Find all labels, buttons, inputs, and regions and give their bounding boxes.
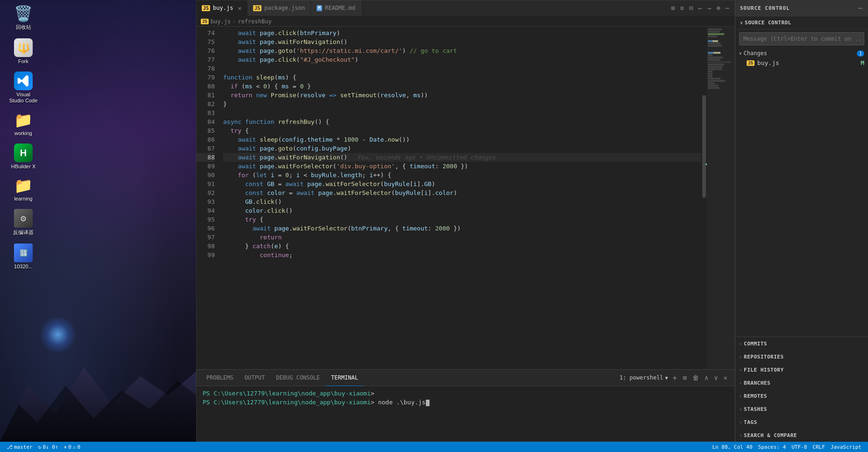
sc-changes-header[interactable]: ∨ Changes 1 [735,48,868,58]
source-control-panel: SOURCE CONTROL ⋯ ∨ SOURCE CONTROL ∨ Chan… [735,0,868,442]
collapse-icon[interactable]: ⊟ [687,3,695,13]
sc-stashes-title: STASHES [744,406,767,412]
warning-icon: ⚠ [73,444,76,450]
status-spaces[interactable]: Spaces: 4 [755,442,789,452]
code-line-81: return new Promise(resolve => setTimeout… [223,91,701,100]
desktop-icon-recycle[interactable]: 🗑️ 回收站 [7,5,40,31]
desktop-icon-number[interactable]: 🔢 10320... [7,244,40,269]
terminal-tab-problems[interactable]: PROBLEMS [201,370,239,386]
sc-remotes-chevron: › [739,394,742,399]
code-line-98: } catch(e) { [223,242,701,251]
code-line-80: if (ms < 0) { ms = 0 } [223,82,701,91]
desktop-icon-working[interactable]: 📁 working [7,111,40,136]
tab-buy-js[interactable]: JS buy.js ✕ [196,0,247,16]
desktop-icon-vscode[interactable]: VisualStudio Code [7,72,40,104]
code-line-74: await page.click(btnPrimary) [223,29,701,37]
code-line-83 [223,108,701,117]
status-bar: ⎇ master ↻ 0↓ 0↑ ✕ 0 ⚠ 0 Ln 88, Col 40 S… [0,442,868,452]
terminal-maximize-btn[interactable]: ∨ [711,373,720,382]
sc-file-item-buy-js[interactable]: JS buy.js M [735,58,868,67]
desktop-icon-translate[interactable]: ⚙️ 反编译器 [7,209,40,236]
desktop-icon-learning[interactable]: 📁 learning [7,177,40,201]
breadcrumb-file[interactable]: buy.js [211,18,231,25]
sc-section-commits[interactable]: › COMMITS [735,337,868,350]
sc-stashes-chevron: › [739,407,742,412]
editor-scrollbar[interactable] [701,27,707,369]
sc-subheader: ∨ SOURCE CONTROL [735,16,868,29]
sc-section-file-history[interactable]: › FILE HISTORY [735,363,868,376]
open-changes-icon[interactable]: ⊕ [714,3,722,13]
terminal-tab-output[interactable]: OUTPUT [239,370,270,386]
terminal-tab-bar: PROBLEMS OUTPUT DEBUG CONSOLE TERMINAL 1… [196,370,735,386]
editor-toolbar-right: ⊞ ≡ ⊟ ← → ⊕ ⋯ [669,0,735,16]
navigate-back-icon[interactable]: ← [696,3,704,13]
editor-breadcrumb: JS buy.js › refreshBuy [196,16,735,27]
sc-section-remotes[interactable]: › REMOTES [735,389,868,402]
desktop-icons-container: 🗑️ 回收站 🔱 Fork VisualStudio Code 📁 workin… [0,0,196,274]
sc-changes-title: Changes [743,50,855,57]
tab-readme-md-label: README.md [325,5,355,11]
status-branch[interactable]: ⎇ master [4,442,35,452]
status-errors[interactable]: ✕ 0 ⚠ 0 [61,442,84,452]
sc-file-icon: JS [747,60,755,66]
tab-buy-js-close[interactable]: ✕ [238,5,241,12]
sc-more-icon[interactable]: ⋯ [858,3,863,13]
sc-message-input[interactable] [740,33,864,45]
code-editor[interactable]: await page.click(btnPrimary) await page.… [219,27,701,369]
status-line-ending[interactable]: CRLF [810,442,828,452]
code-line-77: await page.click("#J_goCheckout") [223,55,701,64]
sc-branches-title: BRANCHES [744,380,770,386]
sc-section-repositories[interactable]: › REPOSITORIES [735,350,868,363]
sc-section-tags[interactable]: › TAGS [735,416,868,429]
sc-section-branches[interactable]: › BRANCHES [735,376,868,389]
status-position[interactable]: Ln 88, Col 40 [709,442,755,452]
breadcrumb-function[interactable]: refreshBuy [238,18,271,25]
terminal-session-selector[interactable]: 1: powershell ▼ [620,374,668,381]
sc-title: SOURCE CONTROL [740,5,790,11]
status-language[interactable]: JavaScript [828,442,864,452]
breadcrumb-separator: › [233,18,236,25]
editor-content: 7475767778 7980818283 84858687 88 899091… [196,27,735,369]
terminal-close-btn[interactable]: ✕ [721,373,730,382]
terminal-tab-terminal[interactable]: TERMINAL [325,370,364,386]
desktop-icon-learning-label: learning [14,196,32,201]
terminal-line-1: PS C:\Users\12779\learning\node_app\buy-… [203,389,728,398]
terminal-content[interactable]: PS C:\Users\12779\learning\node_app\buy-… [196,386,735,442]
error-icon: ✕ [64,444,67,450]
sc-section-stashes[interactable]: › STASHES [735,402,868,416]
split-editor-icon[interactable]: ⊞ [669,3,677,13]
code-line-84: async function refreshBuy() { [223,117,701,126]
tab-package-json[interactable]: JS package.json [247,0,311,16]
code-line-86: await sleep(config.thetime * 1000 - Date… [223,135,701,144]
code-line-78 [223,64,701,73]
line-numbers: 7475767778 7980818283 84858687 88 899091… [196,27,219,369]
code-line-94: color.click() [223,206,701,215]
sc-section-search-compare[interactable]: › SEARCH & COMPARE [735,429,868,442]
terminal-trash-btn[interactable]: 🗑 [690,373,702,382]
desktop-icon-fork[interactable]: 🔱 Fork [7,38,40,64]
code-line-87: await page.goto(config.buyPage) [223,144,701,153]
more-actions-icon[interactable]: ⋯ [724,3,731,13]
desktop-icon-hbuilder[interactable]: H HBuilder X [7,143,40,169]
sc-changes-chevron: ∨ [739,51,741,56]
desktop-area: 🗑️ 回收站 🔱 Fork VisualStudio Code 📁 workin… [0,0,196,442]
tab-readme-md[interactable]: M README.md [311,0,362,16]
terminal-split-btn[interactable]: ⊞ [680,373,689,382]
code-line-95: try { [223,215,701,224]
tab-package-json-icon: JS [253,5,261,11]
status-encoding[interactable]: UTF-8 [789,442,810,452]
tab-package-json-label: package.json [264,5,305,11]
breadcrumb-toggle-icon[interactable]: ≡ [678,3,685,13]
tab-readme-md-icon: M [317,5,322,11]
status-sync[interactable]: ↻ 0↓ 0↑ [35,442,61,452]
desktop-icon-working-label: working [14,130,32,136]
terminal-area: PROBLEMS OUTPUT DEBUG CONSOLE TERMINAL 1… [196,369,735,442]
navigate-forward-icon[interactable]: → [706,3,713,13]
main-layout: 🗑️ 回收站 🔱 Fork VisualStudio Code 📁 workin… [0,0,868,442]
sc-commits-chevron: › [739,341,742,346]
terminal-tab-debug[interactable]: DEBUG CONSOLE [270,370,325,386]
sync-icon: ↻ [38,444,42,450]
desktop-icon-hbuilder-label: HBuilder X [11,164,36,169]
terminal-minimize-btn[interactable]: ∧ [702,373,711,382]
terminal-add-btn[interactable]: + [670,373,680,383]
